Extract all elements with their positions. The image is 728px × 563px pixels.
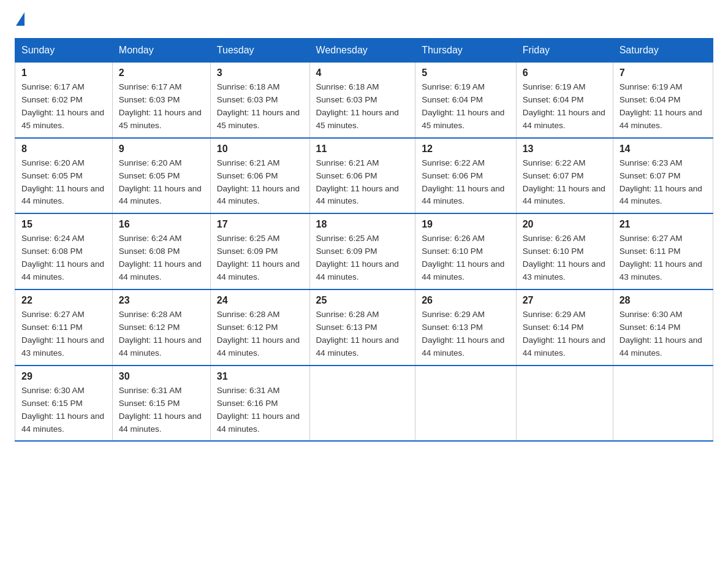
day-detail: Sunrise: 6:29 AMSunset: 6:13 PMDaylight:… (422, 308, 510, 360)
calendar-cell: 10Sunrise: 6:21 AMSunset: 6:06 PMDayligh… (210, 138, 309, 214)
day-detail: Sunrise: 6:24 AMSunset: 6:08 PMDaylight:… (21, 232, 106, 284)
day-detail: Sunrise: 6:17 AMSunset: 6:02 PMDaylight:… (21, 81, 106, 132)
day-number: 14 (620, 144, 707, 155)
day-number: 10 (217, 144, 303, 155)
calendar-cell: 11Sunrise: 6:21 AMSunset: 6:06 PMDayligh… (309, 138, 415, 214)
day-number: 2 (119, 67, 204, 79)
day-number: 17 (217, 219, 303, 230)
calendar-cell: 5Sunrise: 6:19 AMSunset: 6:04 PMDaylight… (415, 63, 517, 138)
day-number: 9 (119, 144, 204, 155)
calendar-cell: 2Sunrise: 6:17 AMSunset: 6:03 PMDaylight… (112, 63, 210, 138)
day-number: 21 (620, 219, 707, 230)
calendar-cell: 23Sunrise: 6:28 AMSunset: 6:12 PMDayligh… (112, 289, 210, 366)
day-number: 19 (422, 219, 510, 230)
calendar-header-row: SundayMondayTuesdayWednesdayThursdayFrid… (15, 39, 713, 63)
calendar-cell (516, 366, 613, 442)
calendar-cell: 9Sunrise: 6:20 AMSunset: 6:05 PMDaylight… (112, 138, 210, 214)
day-detail: Sunrise: 6:18 AMSunset: 6:03 PMDaylight:… (316, 81, 409, 132)
calendar-cell: 29Sunrise: 6:30 AMSunset: 6:15 PMDayligh… (15, 366, 113, 442)
day-detail: Sunrise: 6:17 AMSunset: 6:03 PMDaylight:… (119, 81, 204, 132)
week-row-1: 1Sunrise: 6:17 AMSunset: 6:02 PMDaylight… (15, 63, 713, 138)
day-number: 20 (523, 219, 607, 230)
day-detail: Sunrise: 6:29 AMSunset: 6:14 PMDaylight:… (523, 308, 607, 360)
calendar-cell: 28Sunrise: 6:30 AMSunset: 6:14 PMDayligh… (613, 289, 713, 366)
day-detail: Sunrise: 6:31 AMSunset: 6:15 PMDaylight:… (119, 385, 204, 436)
day-detail: Sunrise: 6:25 AMSunset: 6:09 PMDaylight:… (217, 232, 303, 284)
calendar-cell: 18Sunrise: 6:25 AMSunset: 6:09 PMDayligh… (309, 213, 415, 289)
calendar-table: SundayMondayTuesdayWednesdayThursdayFrid… (15, 38, 713, 442)
calendar-cell: 6Sunrise: 6:19 AMSunset: 6:04 PMDaylight… (516, 63, 613, 138)
day-detail: Sunrise: 6:28 AMSunset: 6:12 PMDaylight:… (217, 308, 303, 360)
day-number: 7 (620, 67, 707, 79)
day-detail: Sunrise: 6:30 AMSunset: 6:15 PMDaylight:… (21, 385, 106, 436)
col-header-monday: Monday (112, 39, 210, 63)
calendar-cell: 31Sunrise: 6:31 AMSunset: 6:16 PMDayligh… (210, 366, 309, 442)
day-detail: Sunrise: 6:28 AMSunset: 6:13 PMDaylight:… (316, 308, 409, 360)
day-detail: Sunrise: 6:18 AMSunset: 6:03 PMDaylight:… (217, 81, 303, 132)
calendar-cell: 24Sunrise: 6:28 AMSunset: 6:12 PMDayligh… (210, 289, 309, 366)
calendar-cell: 8Sunrise: 6:20 AMSunset: 6:05 PMDaylight… (15, 138, 113, 214)
day-detail: Sunrise: 6:26 AMSunset: 6:10 PMDaylight:… (523, 232, 607, 284)
day-number: 30 (119, 371, 204, 382)
calendar-cell: 15Sunrise: 6:24 AMSunset: 6:08 PMDayligh… (15, 213, 113, 289)
day-number: 11 (316, 144, 409, 155)
week-row-4: 22Sunrise: 6:27 AMSunset: 6:11 PMDayligh… (15, 289, 713, 366)
calendar-cell: 27Sunrise: 6:29 AMSunset: 6:14 PMDayligh… (516, 289, 613, 366)
day-number: 18 (316, 219, 409, 230)
day-number: 28 (620, 295, 707, 306)
day-detail: Sunrise: 6:24 AMSunset: 6:08 PMDaylight:… (119, 232, 204, 284)
col-header-thursday: Thursday (415, 39, 517, 63)
day-number: 24 (217, 295, 303, 306)
calendar-cell: 19Sunrise: 6:26 AMSunset: 6:10 PMDayligh… (415, 213, 517, 289)
day-detail: Sunrise: 6:27 AMSunset: 6:11 PMDaylight:… (620, 232, 707, 284)
day-number: 3 (217, 67, 303, 79)
day-number: 6 (523, 67, 607, 79)
day-detail: Sunrise: 6:23 AMSunset: 6:07 PMDaylight:… (620, 157, 707, 209)
calendar-cell: 7Sunrise: 6:19 AMSunset: 6:04 PMDaylight… (613, 63, 713, 138)
day-number: 15 (21, 219, 106, 230)
day-number: 4 (316, 67, 409, 79)
col-header-friday: Friday (516, 39, 613, 63)
week-row-5: 29Sunrise: 6:30 AMSunset: 6:15 PMDayligh… (15, 366, 713, 442)
calendar-cell: 1Sunrise: 6:17 AMSunset: 6:02 PMDaylight… (15, 63, 113, 138)
day-detail: Sunrise: 6:21 AMSunset: 6:06 PMDaylight:… (217, 157, 303, 209)
day-number: 16 (119, 219, 204, 230)
calendar-cell (415, 366, 517, 442)
day-detail: Sunrise: 6:19 AMSunset: 6:04 PMDaylight:… (523, 81, 607, 132)
day-number: 23 (119, 295, 204, 306)
page-header (15, 15, 713, 26)
calendar-cell: 22Sunrise: 6:27 AMSunset: 6:11 PMDayligh… (15, 289, 113, 366)
day-detail: Sunrise: 6:22 AMSunset: 6:06 PMDaylight:… (422, 157, 510, 209)
calendar-cell: 4Sunrise: 6:18 AMSunset: 6:03 PMDaylight… (309, 63, 415, 138)
calendar-cell: 3Sunrise: 6:18 AMSunset: 6:03 PMDaylight… (210, 63, 309, 138)
calendar-cell: 26Sunrise: 6:29 AMSunset: 6:13 PMDayligh… (415, 289, 517, 366)
day-number: 25 (316, 295, 409, 306)
day-detail: Sunrise: 6:20 AMSunset: 6:05 PMDaylight:… (21, 157, 106, 209)
day-number: 12 (422, 144, 510, 155)
logo-triangle-icon (16, 12, 25, 26)
col-header-sunday: Sunday (15, 39, 113, 63)
calendar-cell: 20Sunrise: 6:26 AMSunset: 6:10 PMDayligh… (516, 213, 613, 289)
day-detail: Sunrise: 6:26 AMSunset: 6:10 PMDaylight:… (422, 232, 510, 284)
calendar-cell: 14Sunrise: 6:23 AMSunset: 6:07 PMDayligh… (613, 138, 713, 214)
calendar-cell: 13Sunrise: 6:22 AMSunset: 6:07 PMDayligh… (516, 138, 613, 214)
week-row-2: 8Sunrise: 6:20 AMSunset: 6:05 PMDaylight… (15, 138, 713, 214)
day-number: 13 (523, 144, 607, 155)
calendar-cell (309, 366, 415, 442)
day-detail: Sunrise: 6:28 AMSunset: 6:12 PMDaylight:… (119, 308, 204, 360)
day-detail: Sunrise: 6:27 AMSunset: 6:11 PMDaylight:… (21, 308, 106, 360)
day-number: 22 (21, 295, 106, 306)
logo (15, 15, 25, 26)
day-detail: Sunrise: 6:21 AMSunset: 6:06 PMDaylight:… (316, 157, 409, 209)
calendar-cell: 30Sunrise: 6:31 AMSunset: 6:15 PMDayligh… (112, 366, 210, 442)
day-number: 31 (217, 371, 303, 382)
col-header-wednesday: Wednesday (309, 39, 415, 63)
day-number: 1 (21, 67, 106, 79)
calendar-cell: 16Sunrise: 6:24 AMSunset: 6:08 PMDayligh… (112, 213, 210, 289)
day-number: 29 (21, 371, 106, 382)
week-row-3: 15Sunrise: 6:24 AMSunset: 6:08 PMDayligh… (15, 213, 713, 289)
calendar-cell: 21Sunrise: 6:27 AMSunset: 6:11 PMDayligh… (613, 213, 713, 289)
day-number: 26 (422, 295, 510, 306)
col-header-saturday: Saturday (613, 39, 713, 63)
day-number: 5 (422, 67, 510, 79)
